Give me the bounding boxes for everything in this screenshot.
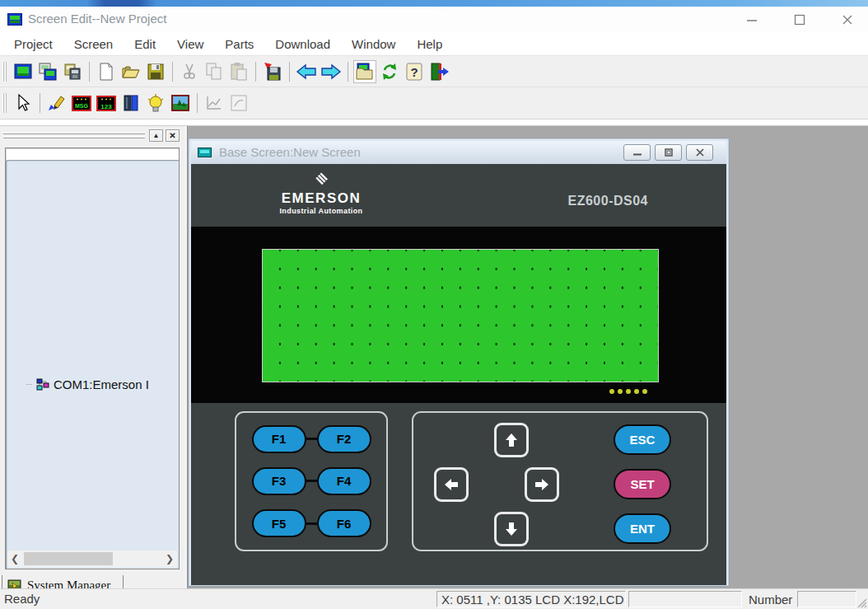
menu-help[interactable]: Help: [406, 34, 453, 54]
status-bar: Ready X: 0511 ,Y: 0135 LCD X:192,LCD Y:0…: [0, 588, 868, 609]
lamp-part-button[interactable]: [144, 91, 167, 115]
toolbar-separator: [289, 62, 290, 82]
tree-item-com1[interactable]: COM1:Emerson I: [6, 160, 180, 569]
status-coordinates: X: 0511 ,Y: 0135 LCD X:192,LCD Y:026: [436, 591, 626, 607]
trend-part-button[interactable]: [203, 91, 226, 115]
back-arrow-icon: [296, 62, 317, 82]
copy-screen-icon: [38, 62, 58, 82]
menu-download[interactable]: Download: [264, 34, 341, 54]
minimize-button[interactable]: [738, 7, 766, 32]
device-bottom-bezel: F1 F2 F3 F4 F5: [191, 403, 726, 585]
back-button[interactable]: [295, 60, 318, 83]
app-screen-icon: [7, 13, 22, 26]
new-screen-button[interactable]: [12, 60, 35, 83]
save-project-button[interactable]: [144, 60, 167, 83]
scrollbar-thumb[interactable]: [24, 552, 113, 565]
child-restore-icon: [665, 148, 673, 157]
menu-parts[interactable]: Parts: [214, 34, 264, 54]
down-arrow-icon: [503, 521, 520, 537]
scroll-left-icon[interactable]: ❮: [7, 550, 22, 567]
device-model-label: EZ600-DS04: [568, 194, 649, 208]
exit-button[interactable]: [427, 60, 450, 83]
main-toolbar: ?: [0, 56, 868, 87]
key-up-arrow: [494, 423, 529, 457]
help-button[interactable]: ?: [403, 60, 426, 83]
status-pane-empty: [628, 591, 742, 607]
toolbar-separator: [40, 93, 40, 113]
bar-part-button[interactable]: [119, 91, 142, 115]
lcd-canvas[interactable]: [262, 249, 659, 382]
screen-manager-icon: [355, 62, 375, 82]
key-connector: [306, 522, 317, 525]
toolbar-separator: [348, 62, 348, 82]
screen-manager-toggle-button[interactable]: [353, 60, 376, 83]
screen-stack-icon: [63, 62, 82, 82]
window-title: Screen Edit--New Project: [28, 12, 166, 26]
key-f6: F6: [317, 509, 371, 537]
text-tool-button[interactable]: [45, 91, 68, 115]
system-manager-panel: ▲ ✕ Screen Manager New Screen: [0, 126, 184, 596]
paste-button[interactable]: [227, 60, 250, 83]
image-part-button[interactable]: [169, 91, 192, 115]
help-icon: ?: [404, 62, 424, 82]
dock-gripper[interactable]: [3, 136, 145, 138]
maximize-icon: [794, 14, 805, 26]
dock-close-button[interactable]: ✕: [166, 129, 180, 142]
screen-stack-button[interactable]: [61, 60, 84, 83]
child-title-bar[interactable]: Base Screen:New Screen: [191, 141, 726, 164]
up-arrow-icon: [503, 432, 520, 448]
scroll-right-icon[interactable]: ❯: [162, 550, 177, 567]
child-close-button[interactable]: [686, 144, 713, 161]
toolbar-grip[interactable]: [2, 62, 7, 82]
scrollbar-track[interactable]: [22, 550, 162, 567]
led-icon: [609, 389, 614, 394]
function-key-group: F1 F2 F3 F4 F5: [235, 411, 388, 551]
new-project-button[interactable]: [95, 60, 118, 83]
tree-horizontal-scrollbar[interactable]: ❮ ❯: [7, 550, 177, 567]
menu-view[interactable]: View: [166, 34, 214, 54]
key-left-arrow: [434, 467, 469, 502]
open-project-button[interactable]: [119, 60, 142, 83]
child-close-icon: [696, 148, 704, 157]
panel-part-button[interactable]: [227, 91, 250, 115]
download-button[interactable]: [261, 60, 284, 83]
child-minimize-button[interactable]: [623, 144, 651, 161]
copy-screen-button[interactable]: [36, 60, 59, 83]
key-esc: ESC: [614, 424, 671, 455]
menu-screen[interactable]: Screen: [63, 34, 124, 54]
panel-part-icon-disabled: [229, 93, 249, 113]
copy-button[interactable]: [203, 60, 226, 83]
refresh-icon: [380, 62, 399, 82]
toolbar-separator: [89, 62, 90, 82]
select-cursor-icon: [13, 93, 33, 113]
numeric-display-button[interactable]: 123: [95, 91, 118, 115]
forward-button[interactable]: [320, 60, 343, 83]
hmi-device-preview: EMERSON Industrial Automation EZ600-DS04: [191, 164, 726, 585]
cut-icon-disabled: [180, 62, 199, 82]
title-bar[interactable]: Screen Edit--New Project: [0, 7, 868, 32]
status-number-mode: Number: [744, 591, 796, 607]
numeric-display-icon: 123: [96, 93, 117, 113]
refresh-button[interactable]: [378, 60, 401, 83]
maximize-button[interactable]: [786, 7, 814, 32]
status-led-row: [609, 389, 647, 394]
trend-part-icon-disabled: [204, 93, 224, 113]
project-tree: Screen Manager New Screen Image Manager: [5, 148, 180, 569]
resize-grip[interactable]: [856, 597, 867, 608]
toolbar-grip[interactable]: [2, 93, 7, 113]
dock-pin-button[interactable]: ▲: [149, 129, 163, 142]
text-pen-icon: [47, 93, 67, 113]
key-f2: F2: [317, 425, 371, 453]
menu-edit[interactable]: Edit: [124, 34, 166, 54]
message-display-button[interactable]: MSG: [70, 91, 93, 115]
menu-window[interactable]: Window: [341, 34, 406, 54]
dock-gripper[interactable]: [3, 132, 145, 134]
navigation-key-group: ESC SET ENT: [412, 411, 708, 551]
child-restore-button[interactable]: [655, 144, 682, 161]
cut-button[interactable]: [178, 60, 201, 83]
select-tool-button[interactable]: [12, 91, 35, 115]
menu-project[interactable]: Project: [3, 34, 63, 54]
base-screen-window: Base Screen:New Screen: [188, 138, 730, 587]
close-button[interactable]: [833, 7, 861, 32]
open-folder-icon: [121, 62, 141, 82]
